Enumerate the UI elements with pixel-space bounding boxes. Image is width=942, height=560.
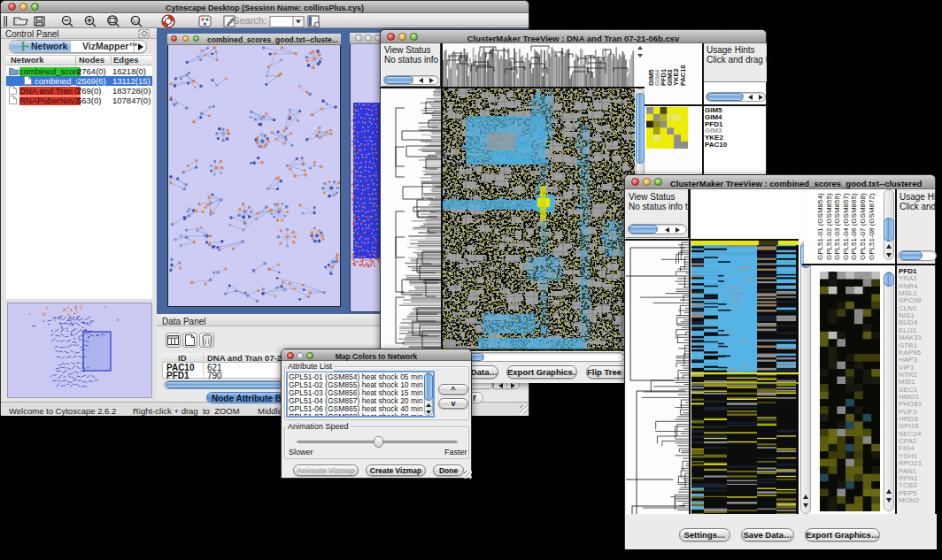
svg-text:GPL51-07 (GSM868): GPL51-07 (GSM868) — [859, 193, 867, 260]
svg-text:Search:: Search: — [233, 15, 266, 26]
svg-text:GPL51-02 (GSM855): GPL51-02 (GSM855) — [825, 193, 833, 260]
svg-text:GPL51-03 (GSM856): GPL51-03 (GSM856) — [833, 193, 841, 260]
svg-text:1:1: 1:1 — [133, 19, 139, 24]
svg-text:GPL51-04 (GSM857): GPL51-04 (GSM857) — [842, 193, 850, 260]
svg-text:GPL51-01 (GSM854): GPL51-01 (GSM854) — [816, 193, 824, 260]
svg-text:GPL51-08 (GSM872): GPL51-08 (GSM872) — [868, 193, 876, 260]
svg-text:PAC10: PAC10 — [679, 65, 687, 86]
svg-text:GPL51-06 (GSM865): GPL51-06 (GSM865) — [850, 193, 858, 260]
